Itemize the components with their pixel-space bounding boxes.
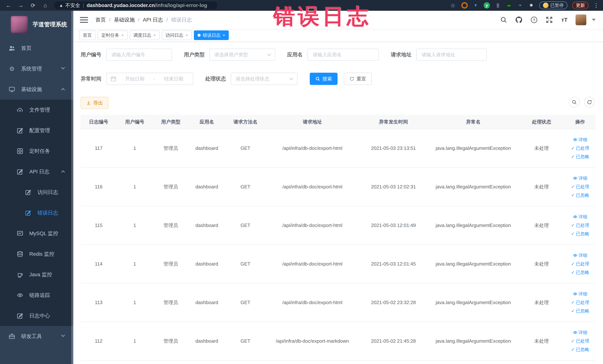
tag-job[interactable]: 定时任务× [98, 30, 128, 40]
help-icon[interactable]: ? [530, 16, 538, 24]
extension-orange-icon[interactable] [461, 2, 468, 9]
extension-y-icon[interactable]: y [484, 2, 490, 9]
sidebar-item-trace[interactable]: 链路追踪 [0, 285, 73, 305]
processed-link[interactable]: ✓已处理 [571, 338, 589, 344]
sidebar-scrollbar[interactable] [71, 11, 73, 364]
tag-error-log[interactable]: 错误日志× [194, 30, 229, 40]
sidebar-item-mysql-monitor[interactable]: MySQL 监控 [0, 223, 73, 244]
tag-label: 调度日志 [133, 32, 151, 38]
close-icon[interactable]: × [153, 33, 156, 38]
tag-job-log[interactable]: 调度日志× [130, 30, 160, 40]
reset-button[interactable]: 重置 [344, 73, 372, 85]
sidebar-item-log-center[interactable]: 日志中心 [0, 305, 73, 326]
check-icon: ✓ [571, 154, 575, 159]
sidebar-toggle-icon[interactable] [80, 17, 88, 23]
processed-link[interactable]: ✓已处理 [571, 184, 589, 190]
cell-status: 未处理 [518, 145, 565, 152]
sidebar-item-job[interactable]: 定时任务 [0, 141, 73, 161]
processed-link[interactable]: ✓已处理 [571, 222, 589, 228]
extension-on-toggle-icon[interactable]: on [506, 2, 512, 9]
browser-menu-icon[interactable]: ⋮ [593, 2, 599, 9]
extension-leaf-icon[interactable]: ❧ [517, 2, 523, 9]
ignored-link[interactable]: ✓已忽略 [571, 308, 589, 314]
refresh-table-icon[interactable] [584, 97, 595, 107]
breadcrumb-item[interactable]: 基础设施 [114, 16, 135, 23]
sidebar-item-access-log[interactable]: 访问日志 [0, 182, 73, 202]
avatar[interactable] [576, 14, 586, 25]
app-name-input[interactable] [308, 49, 379, 60]
reload-icon[interactable]: ⟳ [29, 2, 37, 9]
extension-puzzle-icon[interactable]: ✱ [528, 2, 534, 9]
address-bar[interactable]: ▲ 不安全 | dashboard.yudao.iocoder.cn/infra… [54, 1, 217, 9]
table-row[interactable]: 113 1 管理员 dashboard GET /api/infra/db-do… [81, 283, 596, 322]
toggle-search-icon[interactable] [569, 97, 580, 107]
detail-link[interactable]: 详细 [573, 137, 587, 143]
sidebar-item-system[interactable]: ⚙ 系统管理 [0, 59, 73, 79]
avatar-caret-icon[interactable] [592, 19, 596, 21]
ignored-link[interactable]: ✓已忽略 [571, 231, 589, 237]
processed-link[interactable]: ✓已处理 [571, 261, 589, 267]
cell-status: 未处理 [518, 222, 565, 229]
font-size-icon[interactable]: ᴛT [560, 16, 568, 24]
table-row[interactable]: 114 1 管理员 dashboard GET /api/infra/db-do… [81, 245, 596, 283]
breadcrumb-item[interactable]: API 日志 [143, 16, 163, 23]
table-row[interactable]: 112 1 管理员 dashboard GET /api/infra/db-do… [81, 322, 596, 361]
update-button[interactable]: 更新 [572, 1, 589, 9]
sidebar-item-home[interactable]: 首页 [0, 38, 73, 59]
ignored-link[interactable]: ✓已忽略 [571, 192, 589, 198]
processed-link[interactable]: ✓已处理 [571, 299, 589, 305]
tag-label: 访问日志 [165, 32, 183, 38]
detail-link[interactable]: 详细 [573, 214, 587, 220]
security-label: 不安全 [65, 2, 80, 9]
request-url-input[interactable] [417, 49, 487, 60]
forward-icon[interactable]: → [17, 2, 24, 9]
search-icon [315, 76, 320, 81]
ignored-link[interactable]: ✓已忽略 [571, 270, 589, 275]
sidebar-item-dev-tools[interactable]: 研发工具 [0, 326, 73, 347]
eye-icon [573, 330, 577, 335]
ignored-link[interactable]: ✓已忽略 [571, 154, 589, 160]
detail-link[interactable]: 详细 [573, 252, 587, 258]
user-type-select[interactable]: 请选择用户类型 [209, 48, 275, 61]
table-row[interactable]: 115 1 管理员 dashboard GET /api/infra/db-do… [81, 206, 596, 245]
tag-access-log[interactable]: 访问日志× [162, 30, 192, 40]
back-icon[interactable]: ← [5, 2, 12, 9]
check-icon: ✓ [571, 300, 575, 305]
detail-link[interactable]: 详细 [573, 175, 587, 181]
breadcrumb-item[interactable]: 首页 [95, 16, 106, 23]
processed-link[interactable]: ✓已处理 [571, 145, 589, 151]
search-button[interactable]: 搜索 [310, 73, 337, 85]
profile-emoji-icon [543, 3, 548, 8]
sidebar-item-config-manage[interactable]: 配置管理 [0, 120, 73, 141]
sidebar-item-error-log[interactable]: 错误日志 [0, 202, 73, 223]
user-id-input[interactable] [107, 49, 172, 60]
filter-label: 异常时间 [81, 75, 101, 82]
home-icon[interactable]: ⌂ [42, 2, 49, 9]
profile-pill[interactable]: 已暂停 [539, 1, 568, 9]
sidebar-item-infra[interactable]: 基础设施 [0, 79, 73, 100]
close-icon[interactable]: × [223, 33, 225, 38]
extension-shield-icon[interactable]: ▼ [473, 2, 479, 9]
export-button[interactable]: 导出 [81, 97, 108, 109]
bookmark-star-icon[interactable]: ☆ [449, 2, 457, 9]
sidebar-item-api-log[interactable]: API 日志 [0, 161, 73, 182]
extension-grid-icon[interactable]: ⣿ [495, 2, 501, 9]
app-logo-row[interactable]: 芋道管理系统 [0, 11, 73, 38]
sidebar-item-java-monitor[interactable]: Java 监控 [0, 264, 73, 285]
sidebar-item-redis-monitor[interactable]: Redis 监控 [0, 244, 73, 264]
search-icon[interactable] [499, 16, 508, 24]
date-range-picker[interactable]: 开始日期 - 结束日期 [106, 73, 193, 85]
detail-link[interactable]: 详细 [573, 291, 587, 297]
fullscreen-icon[interactable] [545, 16, 553, 24]
sidebar-item-file-manage[interactable]: 文件管理 [0, 100, 73, 120]
table-row[interactable]: 117 1 管理员 dashboard GET /api/infra/db-do… [81, 129, 596, 168]
close-icon[interactable]: × [186, 33, 188, 38]
sidebar: 芋道管理系统 首页 ⚙ 系统管理 基础设施 文件管理 配置管理 [0, 11, 73, 364]
detail-link[interactable]: 详细 [573, 329, 587, 335]
table-row[interactable]: 116 1 管理员 dashboard GET /api/infra/db-do… [81, 168, 596, 206]
ignored-link[interactable]: ✓已忽略 [571, 347, 589, 352]
tag-home[interactable]: 首页 [79, 30, 95, 40]
github-icon[interactable] [515, 16, 523, 24]
close-icon[interactable]: × [121, 33, 124, 38]
process-status-select[interactable]: 请选择处理状态 [231, 73, 298, 85]
